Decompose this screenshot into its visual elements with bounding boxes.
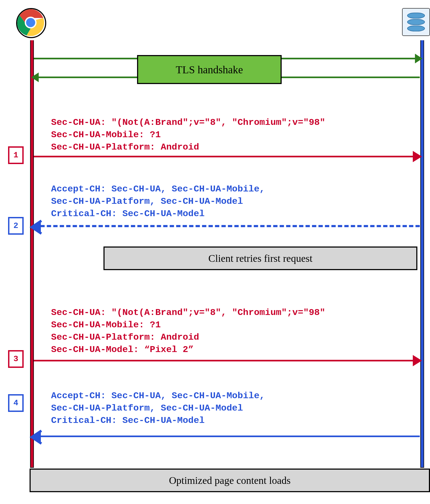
svg-point-2 [26, 18, 35, 27]
step-marker-3: 3 [8, 350, 24, 368]
note-client-retries: Client retries first request [103, 246, 417, 270]
client-lifeline [30, 40, 34, 468]
request-3-headers: Sec-CH-UA: "(Not(A:Brand";v="8", "Chromi… [51, 307, 411, 356]
tls-handshake-label: TLS handshake [137, 55, 282, 84]
arrow-request-3 [34, 360, 420, 361]
response-4-headers: Accept-CH: Sec-CH-UA, Sec-CH-UA-Mobile, … [51, 390, 411, 427]
arrow-response-2-dashed [34, 225, 420, 227]
sequence-diagram: TLS handshake 1 Sec-CH-UA: "(Not(A:Brand… [0, 0, 430, 504]
arrow-response-4 [34, 436, 420, 437]
server-lifeline [420, 40, 424, 468]
step-marker-2: 2 [8, 217, 24, 235]
arrow-request-1 [34, 156, 420, 157]
response-2-headers: Accept-CH: Sec-CH-UA, Sec-CH-UA-Mobile, … [51, 183, 411, 220]
chrome-icon [16, 8, 46, 38]
request-1-headers: Sec-CH-UA: "(Not(A:Brand";v="8", "Chromi… [51, 117, 411, 154]
server-database-icon [402, 8, 430, 36]
step-marker-4: 4 [8, 394, 24, 412]
note-optimized-page-loads: Optimized page content loads [30, 469, 430, 492]
step-marker-1: 1 [8, 146, 24, 164]
